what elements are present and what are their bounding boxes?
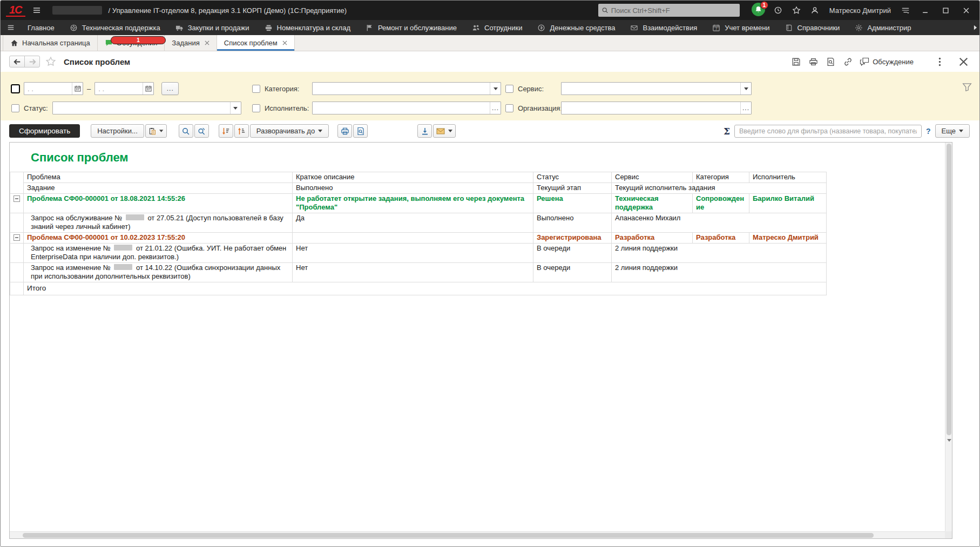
executor-input[interactable] (313, 102, 490, 114)
cell-service[interactable]: Разработка (612, 233, 693, 244)
menu-item-stock[interactable]: Номенклатура и склад (257, 20, 358, 35)
tab-problem-list[interactable]: Список проблем (217, 35, 295, 51)
collapse-expander[interactable] (13, 195, 20, 202)
settings-button[interactable]: Настройки... (91, 124, 144, 138)
collapse-groups-button[interactable] (219, 124, 233, 138)
menu-item-purchases[interactable]: Закупки и продажи (168, 20, 257, 35)
find-next-button[interactable] (194, 124, 209, 138)
forward-button[interactable] (24, 56, 40, 67)
status-input[interactable] (53, 102, 230, 114)
cell-summary[interactable] (293, 233, 533, 244)
date-to-field[interactable] (94, 82, 154, 95)
cell-category[interactable]: Разработка (693, 233, 749, 244)
calendar-button[interactable] (72, 83, 83, 94)
cell-service[interactable]: Техническая поддержка (612, 194, 693, 213)
global-search-box[interactable] (598, 4, 740, 17)
cell-done[interactable]: Нет (293, 263, 533, 282)
horizontal-scrollbar-thumb[interactable] (23, 533, 874, 538)
sections-menu-button[interactable] (2, 20, 20, 35)
calendar-button[interactable] (143, 83, 153, 94)
status-checkbox[interactable] (11, 104, 19, 112)
send-email-button[interactable] (433, 124, 456, 138)
service-checkbox[interactable] (505, 85, 513, 93)
view-settings-button[interactable] (898, 3, 913, 17)
cell-task[interactable]: Запрос на изменение № от 14.10.22 (Ошибк… (24, 263, 293, 282)
close-page-button[interactable] (956, 55, 971, 69)
cell-executor[interactable]: Барилко Виталий (749, 194, 827, 213)
save-file-button[interactable] (417, 124, 432, 138)
cell-category[interactable]: Сопровождение (693, 194, 749, 213)
date-from-field[interactable] (24, 82, 83, 95)
more-button[interactable]: Еще (935, 124, 970, 138)
find-button[interactable] (179, 124, 193, 138)
close-window-button[interactable] (958, 3, 974, 18)
cell-task[interactable]: Запрос на обслуживание № от 27.05.21 (До… (24, 213, 293, 233)
service-dropdown-button[interactable] (740, 83, 751, 94)
menu-item-main[interactable]: Главное (20, 20, 62, 35)
cell-task-executor[interactable]: Апанасенко Михаил (612, 213, 827, 233)
minimize-button[interactable] (917, 3, 933, 18)
executor-field[interactable]: ... (312, 102, 501, 114)
menu-item-interactions[interactable]: Взаимодействия (623, 20, 705, 35)
status-dropdown-button[interactable] (230, 102, 241, 114)
menu-item-repair[interactable]: Ремонт и обслуживание (358, 20, 464, 35)
notifications-button[interactable]: 1 (752, 3, 767, 18)
date-to-input[interactable] (95, 83, 143, 94)
menu-item-administration[interactable]: Администрир (847, 20, 918, 35)
user-name[interactable]: Матреско Дмитрий (829, 6, 891, 15)
executor-pick-button[interactable]: ... (490, 102, 501, 114)
cell-status[interactable]: Зарегистрирована (533, 233, 612, 244)
cell-executor[interactable]: Матреско Дмитрий (749, 233, 827, 244)
organization-checkbox[interactable] (505, 104, 513, 112)
date-from-input[interactable] (24, 83, 72, 94)
category-dropdown-button[interactable] (490, 83, 501, 94)
expand-to-button[interactable]: Разворачивать до (250, 124, 329, 138)
print-button[interactable] (806, 55, 821, 69)
collapse-expander[interactable] (13, 234, 20, 241)
quick-filter-field[interactable] (734, 125, 922, 138)
filter-funnel-icon[interactable] (962, 83, 972, 91)
discussion-button[interactable]: Обсуждение (857, 57, 916, 66)
favorite-star-icon[interactable] (45, 56, 56, 67)
menu-overflow-button[interactable] (974, 20, 977, 35)
print-preview-button[interactable] (823, 55, 838, 69)
preview-button[interactable] (353, 124, 368, 138)
help-button[interactable]: ? (926, 127, 931, 136)
generate-button[interactable]: Сформировать (9, 124, 80, 138)
menu-item-money[interactable]: Денежные средства (530, 20, 623, 35)
cell-done[interactable]: Да (293, 213, 533, 233)
organization-pick-button[interactable]: ... (740, 102, 751, 114)
vertical-scrollbar-thumb[interactable] (947, 144, 951, 435)
print-button[interactable] (337, 124, 352, 138)
cell-summary[interactable]: Не работатет открытие задания, выполняем… (293, 194, 533, 213)
cell-total[interactable]: Итого (24, 282, 827, 295)
tab-tasks[interactable]: Задания (165, 35, 217, 51)
quick-filter-input[interactable] (735, 127, 921, 135)
executor-checkbox[interactable] (252, 104, 260, 112)
back-button[interactable] (9, 56, 25, 67)
report-variants-button[interactable] (145, 124, 167, 138)
organization-field[interactable]: ... (561, 102, 752, 114)
cell-task[interactable]: Запрос на изменение № от 21.01.22 (Ошибк… (24, 244, 293, 263)
period-more-button[interactable]: ... (161, 82, 179, 95)
organization-input[interactable] (562, 102, 740, 114)
tab-discussions[interactable]: 1Обсуждения (98, 35, 165, 51)
scroll-down-button[interactable] (945, 436, 952, 444)
cell-stage[interactable]: В очереди (533, 263, 612, 282)
save-button[interactable] (788, 55, 803, 69)
menu-item-tech-support[interactable]: Техническая поддержка (62, 20, 168, 35)
favorites-button[interactable] (789, 3, 803, 17)
service-combo[interactable] (561, 82, 752, 95)
more-actions-button[interactable] (932, 55, 947, 69)
expand-groups-button[interactable] (234, 124, 249, 138)
tab-home[interactable]: Начальная страница (3, 35, 98, 51)
cell-stage[interactable]: В очереди (533, 244, 612, 263)
cell-task-executor[interactable]: 2 линия поддержки (612, 244, 827, 263)
close-tab-icon[interactable] (205, 40, 209, 45)
cell-task-executor[interactable]: 2 линия поддержки (612, 263, 827, 282)
cell-stage[interactable]: Выполнено (533, 213, 612, 233)
category-combo[interactable] (312, 82, 501, 95)
status-combo[interactable] (52, 102, 241, 114)
cell-status[interactable]: Решена (533, 194, 612, 213)
service-input[interactable] (562, 83, 740, 94)
